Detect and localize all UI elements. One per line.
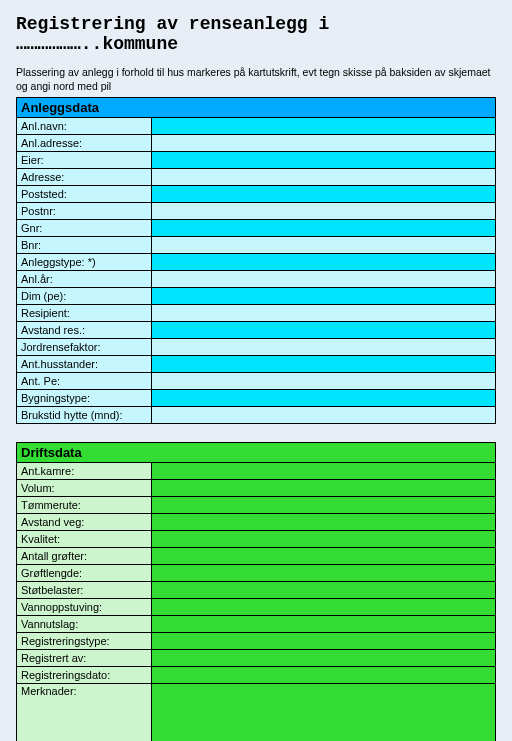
field-label: Postnr: (17, 203, 152, 220)
field-value[interactable] (152, 169, 496, 186)
field-label: Registreringstype: (17, 633, 152, 650)
field-label: Jordrensefaktor: (17, 339, 152, 356)
table-row: Dim (pe): (17, 288, 496, 305)
field-label: Vannoppstuving: (17, 599, 152, 616)
field-label: Merknader: (17, 684, 152, 741)
field-value[interactable] (152, 407, 496, 424)
table-row: Resipient: (17, 305, 496, 322)
field-label: Antall grøfter: (17, 548, 152, 565)
table-row: Grøftlengde: (17, 565, 496, 582)
field-label: Bnr: (17, 237, 152, 254)
field-value[interactable] (152, 356, 496, 373)
field-value[interactable] (152, 135, 496, 152)
field-label: Registrert av: (17, 650, 152, 667)
field-label: Støtbelaster: (17, 582, 152, 599)
table-row: Gnr: (17, 220, 496, 237)
table-row: Vannoppstuving: (17, 599, 496, 616)
field-label: Resipient: (17, 305, 152, 322)
table-row: Anl.år: (17, 271, 496, 288)
field-label: Brukstid hytte (mnd): (17, 407, 152, 424)
field-label: Avstand veg: (17, 514, 152, 531)
field-value[interactable] (152, 531, 496, 548)
field-label: Gnr: (17, 220, 152, 237)
field-label: Volum: (17, 480, 152, 497)
field-value[interactable] (152, 565, 496, 582)
driftsdata-header: Driftsdata (17, 443, 496, 463)
field-value[interactable] (152, 288, 496, 305)
field-value[interactable] (152, 373, 496, 390)
field-value[interactable] (152, 339, 496, 356)
field-value[interactable] (152, 254, 496, 271)
field-label: Eier: (17, 152, 152, 169)
field-label: Tømmerute: (17, 497, 152, 514)
field-label: Adresse: (17, 169, 152, 186)
field-value[interactable] (152, 390, 496, 407)
field-value[interactable] (152, 616, 496, 633)
field-value[interactable] (152, 548, 496, 565)
table-row: Avstand veg: (17, 514, 496, 531)
field-label: Anl.år: (17, 271, 152, 288)
field-label: Ant.husstander: (17, 356, 152, 373)
field-value[interactable] (152, 582, 496, 599)
field-label: Grøftlengde: (17, 565, 152, 582)
field-value[interactable] (152, 220, 496, 237)
field-value[interactable] (152, 684, 496, 741)
field-value[interactable] (152, 480, 496, 497)
field-value[interactable] (152, 305, 496, 322)
driftsdata-table: Driftsdata Ant.kamre:Volum:Tømmerute:Avs… (16, 442, 496, 741)
table-row: Registreringsdato: (17, 667, 496, 684)
instructions-text: Plassering av anlegg i forhold til hus m… (16, 66, 496, 93)
field-value[interactable] (152, 271, 496, 288)
field-value[interactable] (152, 667, 496, 684)
field-label: Dim (pe): (17, 288, 152, 305)
table-row: Avstand res.: (17, 322, 496, 339)
table-row: Anl.navn: (17, 118, 496, 135)
field-value[interactable] (152, 599, 496, 616)
field-label: Ant. Pe: (17, 373, 152, 390)
field-label: Kvalitet: (17, 531, 152, 548)
table-row: Tømmerute: (17, 497, 496, 514)
field-label: Registreringsdato: (17, 667, 152, 684)
table-row: Ant. Pe: (17, 373, 496, 390)
field-label: Vannutslag: (17, 616, 152, 633)
field-label: Avstand res.: (17, 322, 152, 339)
table-row: Anl.adresse: (17, 135, 496, 152)
field-value[interactable] (152, 118, 496, 135)
anleggsdata-table: Anleggsdata Anl.navn:Anl.adresse:Eier:Ad… (16, 97, 496, 424)
table-row: Registreringstype: (17, 633, 496, 650)
field-value[interactable] (152, 322, 496, 339)
table-row: Støtbelaster: (17, 582, 496, 599)
field-value[interactable] (152, 633, 496, 650)
table-row: Volum: (17, 480, 496, 497)
table-row: Bnr: (17, 237, 496, 254)
field-label: Poststed: (17, 186, 152, 203)
field-value[interactable] (152, 514, 496, 531)
field-label: Anl.adresse: (17, 135, 152, 152)
table-row: Adresse: (17, 169, 496, 186)
table-row: Eier: (17, 152, 496, 169)
table-row: Registrert av: (17, 650, 496, 667)
field-label: Anl.navn: (17, 118, 152, 135)
field-value[interactable] (152, 497, 496, 514)
field-value[interactable] (152, 463, 496, 480)
field-value[interactable] (152, 152, 496, 169)
table-row: Brukstid hytte (mnd): (17, 407, 496, 424)
table-row: Jordrensefaktor: (17, 339, 496, 356)
field-value[interactable] (152, 203, 496, 220)
table-row: Vannutslag: (17, 616, 496, 633)
field-label: Bygningstype: (17, 390, 152, 407)
table-row: Merknader: (17, 684, 496, 741)
table-row: Bygningstype: (17, 390, 496, 407)
table-row: Ant.husstander: (17, 356, 496, 373)
field-value[interactable] (152, 650, 496, 667)
anleggsdata-header: Anleggsdata (17, 98, 496, 118)
table-row: Kvalitet: (17, 531, 496, 548)
field-label: Ant.kamre: (17, 463, 152, 480)
table-row: Postnr: (17, 203, 496, 220)
page-title: Registrering av renseanlegg i ………………..ko… (16, 14, 496, 54)
table-row: Antall grøfter: (17, 548, 496, 565)
field-value[interactable] (152, 237, 496, 254)
table-row: Poststed: (17, 186, 496, 203)
field-value[interactable] (152, 186, 496, 203)
table-row: Anleggstype: *) (17, 254, 496, 271)
